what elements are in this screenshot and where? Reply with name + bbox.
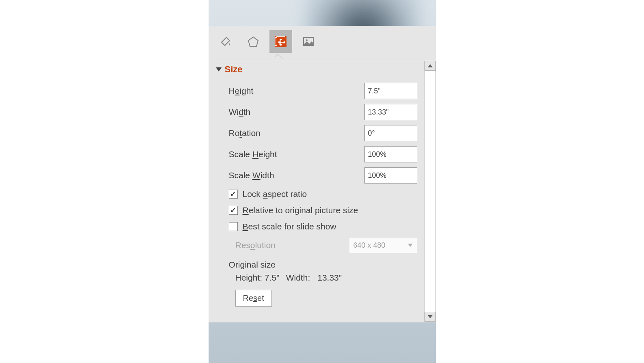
scrollbar[interactable] (424, 60, 436, 322)
best-scale-row: Best scale for slide show (216, 218, 417, 235)
section-title: Size (225, 64, 243, 75)
lock-aspect-checkbox[interactable] (229, 190, 238, 199)
tab-fill[interactable] (214, 30, 237, 53)
relative-checkbox[interactable] (229, 206, 238, 215)
scale-width-label: Scale Width (229, 171, 274, 180)
orig-w-value: 13.33" (317, 273, 342, 283)
original-size-values: Height: 7.5" Width: 13.33" (216, 271, 417, 287)
scroll-thumb[interactable] (425, 71, 435, 278)
width-row: Width ˄ ˅ (216, 102, 417, 123)
collapse-caret-icon (216, 67, 222, 71)
best-scale-checkbox[interactable] (229, 222, 238, 231)
rotation-label: Rotation (229, 128, 261, 138)
size-arrows-icon (274, 34, 288, 49)
tab-picture[interactable] (297, 30, 320, 53)
height-input[interactable] (365, 83, 424, 99)
rotation-input[interactable] (365, 125, 424, 141)
scale-height-row: Scale Height ˄ ˅ (216, 144, 417, 165)
scale-height-label: Scale Height (229, 149, 277, 159)
scale-width-row: Scale Width ˄ ˅ (216, 165, 417, 186)
resolution-dropdown: 640 x 480 (349, 237, 417, 253)
reset-button[interactable]: Reset (235, 290, 272, 307)
scale-width-input[interactable] (365, 168, 424, 183)
picture-icon (302, 35, 315, 48)
tab-effects[interactable] (242, 30, 265, 53)
scroll-track[interactable] (424, 71, 436, 312)
content-area: Size Height ˄ ˅ Width (209, 60, 436, 322)
original-size-header: Original size (216, 256, 417, 271)
format-panel: Size Height ˄ ˅ Width (209, 26, 436, 322)
lock-aspect-row: Lock aspect ratio (216, 186, 417, 202)
scroll-up-button[interactable] (424, 61, 436, 71)
resolution-value: 640 x 480 (353, 241, 386, 250)
scroll-content: Size Height ˄ ˅ Width (209, 60, 424, 322)
svg-point-9 (306, 39, 308, 41)
width-input[interactable] (365, 104, 424, 120)
width-label: Width (229, 107, 251, 117)
height-label: Height (229, 86, 254, 96)
chevron-down-icon (408, 244, 413, 247)
width-spinner[interactable]: ˄ ˅ (364, 104, 417, 120)
tab-size[interactable] (269, 30, 292, 53)
orig-h-value: 7.5" (265, 273, 280, 283)
resolution-label: Resolution (235, 240, 276, 250)
rotation-row: Rotation ˄ ˅ (216, 123, 417, 144)
height-row: Height ˄ ˅ (216, 80, 417, 102)
orig-h-label: Height: (235, 273, 263, 283)
tab-pointer (212, 56, 433, 60)
orig-w-label: Width: (286, 273, 310, 283)
height-spinner[interactable]: ˄ ˅ (364, 83, 417, 99)
tab-row (209, 26, 436, 53)
rotation-spinner[interactable]: ˄ ˅ (364, 125, 417, 141)
size-section-header[interactable]: Size (216, 64, 417, 75)
arrow-down-icon (428, 315, 433, 318)
scale-height-spinner[interactable]: ˄ ˅ (364, 146, 417, 162)
arrow-up-icon (428, 64, 433, 67)
best-scale-label[interactable]: Best scale for slide show (243, 222, 336, 231)
paint-bucket-icon (219, 35, 232, 48)
background-strip: Size Height ˄ ˅ Width (209, 0, 436, 363)
scale-width-spinner[interactable]: ˄ ˅ (364, 167, 417, 184)
relative-row: Relative to original picture size (216, 202, 417, 218)
lock-aspect-label[interactable]: Lock aspect ratio (243, 189, 307, 199)
pentagon-icon (247, 35, 260, 48)
scale-height-input[interactable] (365, 147, 424, 162)
svg-marker-0 (248, 37, 258, 46)
resolution-row: Resolution 640 x 480 (216, 235, 417, 256)
scroll-down-button[interactable] (424, 312, 436, 322)
relative-label[interactable]: Relative to original picture size (243, 205, 358, 215)
